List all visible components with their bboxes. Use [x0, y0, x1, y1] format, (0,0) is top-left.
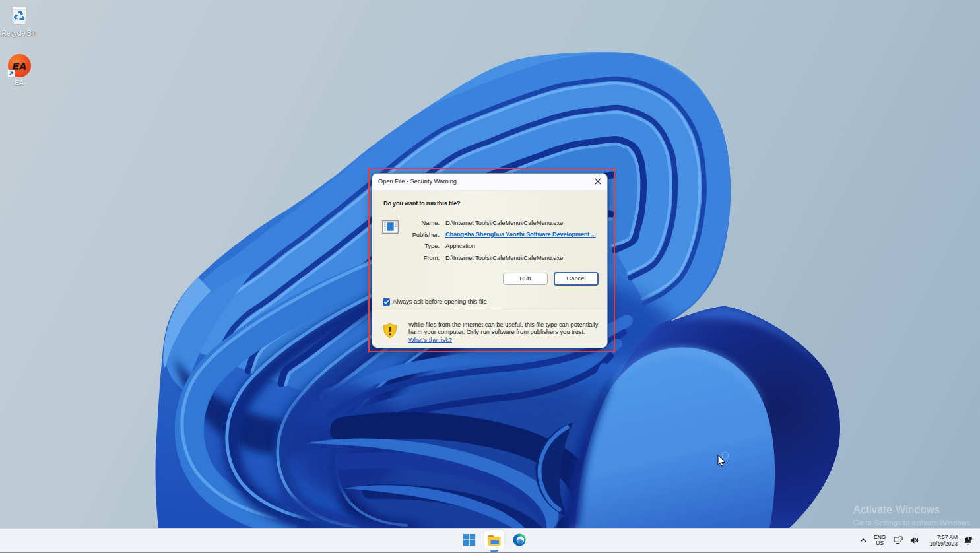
svg-text:EA: EA: [13, 60, 26, 71]
